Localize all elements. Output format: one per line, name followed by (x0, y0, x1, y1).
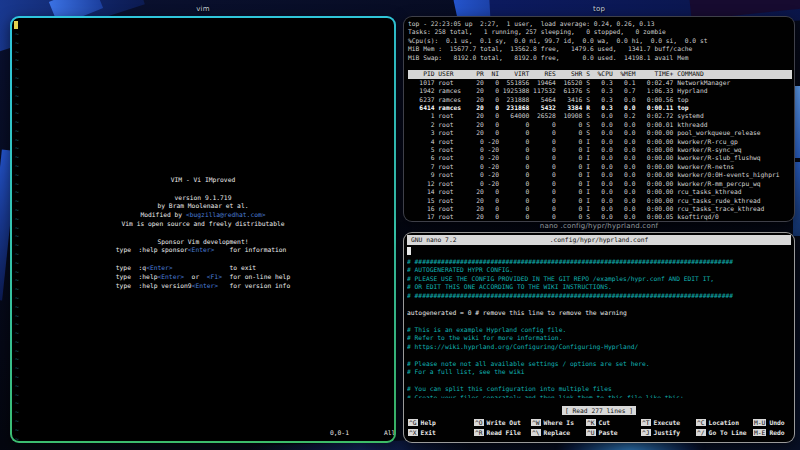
vim-cursor-position: 0,0-1 (330, 429, 349, 436)
terminal-text-line: type :help (116, 273, 158, 280)
terminal-text-line: # This is an example Hyprland config fil… (407, 326, 794, 335)
terminal-text-line: to exit (173, 264, 291, 271)
terminal-text-line: 1 root 20 0 64000 26528 10908 S 0.0 0.2 … (408, 112, 792, 120)
terminal-text-line: type :help version9<Enter> for version i… (116, 282, 290, 291)
terminal-text-line: <F1> (207, 273, 222, 280)
terminal-text-line: <Enter> (192, 282, 219, 289)
vim-window[interactable]: ~ ~ ~ ~ ~ ~ ~ ~ ~ ~ ~ ~ ~ ~ ~ ~ ~ ~ ~ ~ … (10, 16, 396, 443)
top-blank-line (408, 62, 792, 70)
nano-shortcut-where-is: ^WWhere Is (531, 418, 586, 428)
vim-intro-text: VIM - Vi IMproved version 9.1.719by Bram… (12, 176, 394, 290)
shortcut-label: Exit (418, 429, 436, 436)
terminal-text-line: # Please note not all available settings… (407, 360, 794, 369)
vim-scroll-position: All (384, 429, 394, 436)
shortcut-key: ^\ (531, 429, 541, 436)
top-terminal[interactable]: top - 22:23:05 up 2:27, 1 user, load ave… (404, 17, 794, 221)
nano-shortcut-replace: ^\Replace (531, 428, 586, 438)
terminal-text-line (201, 255, 205, 264)
nano-shortcut-bar: ^GHelp^OWrite Out^WWhere Is^KCut^TExecut… (408, 418, 792, 440)
terminal-text-line: 1942 ramces 20 0 1925388 117532 61376 S … (408, 87, 792, 95)
nano-editor-buffer[interactable]: # ######################################… (407, 247, 794, 398)
vim-terminal[interactable]: ~ ~ ~ ~ ~ ~ ~ ~ ~ ~ ~ ~ ~ ~ ~ ~ ~ ~ ~ ~ … (12, 18, 394, 441)
terminal-text-line: 2 root 20 0 0 0 0 S 0.0 0.0 0:00.01 kthr… (408, 121, 792, 129)
shortcut-key: ^U (586, 429, 596, 436)
terminal-text-line: type :help sponsor<Enter> for informatio… (116, 246, 290, 255)
nano-shortcut-location: ^CLocation (696, 418, 753, 428)
terminal-text-line: type :q (116, 264, 146, 271)
terminal-text-line: 15 root 20 0 0 0 0 I 0.0 0.0 0:00.00 rcu… (408, 197, 792, 205)
terminal-text-line: autogenerated = 0 # remove this line to … (407, 309, 794, 318)
nano-shortcut-read-file: ^RRead File (474, 428, 531, 438)
terminal-text-line: Modified by <bugzilla@redhat.com> (140, 211, 265, 220)
shortcut-label: Write Out (484, 419, 521, 426)
shortcut-key: ^J (641, 429, 651, 436)
nano-shortcut-write-out: ^OWrite Out (474, 418, 531, 428)
terminal-text-line: # You can split this configuration into … (407, 385, 794, 394)
shortcut-label: Help (418, 419, 436, 426)
terminal-text-line: # AUTOGENERATED HYPR CONFIG. (407, 266, 794, 275)
terminal-text-line: 9 root 0 -20 0 0 0 I 0.0 0.0 0:00.00 kwo… (408, 171, 792, 179)
terminal-text-line (201, 229, 205, 236)
terminal-text-line: Tasks: 258 total, 1 running, 257 sleepin… (408, 28, 792, 36)
shortcut-label: Execute (651, 419, 681, 426)
shortcut-label: Redo (766, 429, 784, 436)
nano-terminal[interactable]: GNU nano 7.2 .config/hypr/hyprland.conf … (404, 233, 794, 442)
shortcut-key: M-U (753, 419, 766, 426)
shortcut-label: Paste (596, 429, 618, 436)
nano-shortcut-undo: M-UUndo (753, 418, 792, 428)
terminal-text-line (201, 229, 205, 238)
terminal-text-line: by Bram Moolenaar et al. (158, 202, 249, 209)
shortcut-label: Go To Line (706, 429, 747, 436)
top-table-header: PID USER PR NI VIRT RES SHR S %CPU %MEM … (408, 70, 792, 78)
nano-file-path: .config/hypr/hyprland.conf (407, 235, 791, 245)
window-title-nano: nano .config/hypr/hyprland.conf (403, 222, 795, 230)
terminal-text-line: VIM - Vi IMproved (171, 176, 235, 183)
terminal-text-line (407, 317, 794, 326)
window-title-top: top (403, 5, 795, 13)
shortcut-key: ^K (586, 419, 596, 426)
nano-shortcut-execute: ^TExecute (641, 418, 696, 428)
shortcut-key: ^G (408, 419, 418, 426)
top-window[interactable]: top - 22:23:05 up 2:27, 1 user, load ave… (403, 16, 795, 222)
terminal-text-line: ^XExit^RRead File^\Replace^UPaste^JJusti… (408, 428, 792, 438)
vim-statusline: 0,0-1 All (12, 429, 394, 438)
terminal-text-line: Vim is open source and freely distributa… (121, 220, 284, 227)
nano-shortcut-help: ^GHelp (408, 418, 474, 428)
terminal-text-line: top - 22:23:05 up 2:27, 1 user, load ave… (408, 20, 792, 28)
nano-window[interactable]: GNU nano 7.2 .config/hypr/hyprland.conf … (403, 232, 795, 443)
shortcut-label: Undo (766, 419, 784, 426)
shortcut-key: ^R (474, 429, 484, 436)
terminal-text-line (407, 247, 794, 258)
shortcut-label: Read File (484, 429, 521, 436)
top-process-list: 1017 root 20 0 551856 19464 16520 S 0.3 … (408, 79, 792, 221)
terminal-text-line: type :help version9 (116, 282, 192, 289)
terminal-text-line: by Bram Moolenaar et al. (158, 202, 249, 211)
nano-shortcut-paste: ^UPaste (586, 428, 641, 438)
terminal-text-line: 16 root 20 0 0 0 0 I 0.0 0.0 0:00.00 rcu… (408, 205, 792, 213)
terminal-text-line: # ######################################… (407, 258, 794, 267)
terminal-text-line: type :q<Enter> to exit (116, 264, 290, 273)
terminal-text-line: 6 root 0 -20 0 0 0 I 0.0 0.0 0:00.00 kwo… (408, 154, 792, 162)
shortcut-key: ^C (696, 419, 706, 426)
terminal-text-line: 4 root 0 -20 0 0 0 I 0.0 0.0 0:00.00 kwo… (408, 138, 792, 146)
terminal-text-line (201, 255, 205, 262)
terminal-text-line: 14 root 20 0 0 0 0 I 0.0 0.0 0:00.00 rcu… (408, 188, 792, 196)
shortcut-label: Where Is (541, 419, 574, 426)
terminal-text-line: MiB Swap: 8192.0 total, 8192.0 free, 0.0… (408, 54, 792, 62)
nano-shortcut-cut: ^KCut (586, 418, 641, 428)
nano-shortcut-redo: M-ERedo (753, 428, 792, 438)
nano-shortcut-go-to-line: ^/Go To Line (696, 428, 753, 438)
shortcut-label: Justify (651, 429, 681, 436)
terminal-text-line: 7 root 0 -20 0 0 0 I 0.0 0.0 0:00.00 kwo… (408, 163, 792, 171)
terminal-text-line: # https://wiki.hyprland.org/Configuring/… (407, 343, 794, 352)
vim-cursor (14, 21, 18, 29)
terminal-text-line: # PLEASE USE THE CONFIG PROVIDED IN THE … (407, 275, 794, 284)
terminal-text-line: 17 root 20 0 0 0 0 S 0.0 0.0 0:00.05 kso… (408, 213, 792, 221)
terminal-text-line: version 9.1.719 (175, 194, 232, 203)
shortcut-key: M-E (753, 429, 766, 436)
terminal-text-line: # Refer to the wiki for more information… (407, 334, 794, 343)
terminal-text-line (407, 351, 794, 360)
shortcut-key: ^X (408, 429, 418, 436)
terminal-text-line: Sponsor Vim development! (158, 238, 249, 245)
shortcut-label: Replace (541, 429, 571, 436)
